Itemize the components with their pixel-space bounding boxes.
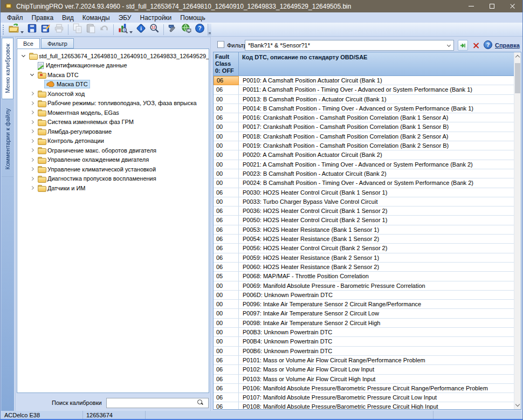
dtc-description-cell[interactable]: P0059: HO2S Heater Resistance (Bank 2 Se… xyxy=(239,253,514,263)
menu-item-7[interactable]: Помощь xyxy=(176,13,209,23)
dtc-description-cell[interactable]: P0056: HO2S Heater Control Circuit (Bank… xyxy=(239,244,514,253)
fault-class-cell[interactable]: 00 xyxy=(214,319,239,328)
fault-class-cell[interactable]: 00 xyxy=(214,309,239,318)
dtc-description-cell[interactable]: P0103: Mass or Volume Air Flow Circuit H… xyxy=(239,375,514,384)
view-chart-dropdown-icon[interactable] xyxy=(129,31,133,33)
tree-item-content[interactable]: Датчики и ИМ xyxy=(36,184,87,192)
tools-button[interactable] xyxy=(166,23,180,36)
tree-item-content[interactable]: Диагностика пропусков воспламенения xyxy=(36,175,158,182)
help-button[interactable]: ? xyxy=(193,23,207,36)
dtc-description-cell[interactable]: P0019: Crankshaft Position - Camshaft Po… xyxy=(239,141,514,150)
dtc-description-cell[interactable]: P0023: B Camshaft Position - Actuator Ci… xyxy=(239,169,514,178)
fault-class-cell[interactable]: 06 xyxy=(214,188,239,197)
filter-combo[interactable]: *Bank?1* & *Sensor?1* xyxy=(245,40,454,51)
chevron-right-icon[interactable] xyxy=(29,100,35,106)
scroll-up-icon[interactable] xyxy=(515,55,520,59)
dtc-description-cell[interactable]: P0021: A Camshaft Position - Timing Over… xyxy=(239,160,514,169)
dtc-description-cell[interactable]: P0011: A Camshaft Position - Timing Over… xyxy=(239,85,514,94)
dtc-description-cell[interactable]: P006D: Unknown Powertrain DTC xyxy=(239,291,514,300)
clear-filter-button[interactable] xyxy=(470,40,481,51)
tree-item-content[interactable]: Контроль детонации xyxy=(36,137,106,144)
tab-filter[interactable]: Фильтр xyxy=(41,38,74,49)
fault-class-cell[interactable]: 00 xyxy=(214,300,239,309)
fault-class-cell[interactable]: 06 xyxy=(214,263,239,272)
fault-class-cell[interactable]: 00 xyxy=(214,328,239,337)
fault-class-cell[interactable]: 06 xyxy=(214,113,239,122)
scroll-down-icon[interactable] xyxy=(515,402,520,407)
dtc-description-cell[interactable]: P0068: MAP/MAF - Throttle Position Corre… xyxy=(239,272,514,281)
dtc-description-cell[interactable]: P0096: Intake Air Temperature Sensor 2 C… xyxy=(239,300,514,309)
help-circle-icon[interactable] xyxy=(484,40,492,49)
apply-filter-button[interactable] xyxy=(458,40,468,51)
tree-item-content[interactable]: std_full_12653674_12649810_12640910_1264… xyxy=(27,52,209,60)
side-tab-calibration-menu[interactable]: Меню калибровок xyxy=(2,38,13,99)
fault-class-cell[interactable]: 00 xyxy=(214,132,239,141)
column-header-dtc-description[interactable]: Код DTC, описание по стандарту OBD/SAE xyxy=(239,52,514,75)
calibration-search-input[interactable] xyxy=(106,398,209,408)
open-file-button[interactable] xyxy=(7,23,20,36)
chevron-right-icon[interactable] xyxy=(29,166,35,172)
filter-checkbox[interactable] xyxy=(217,41,224,48)
column-header-fault-class[interactable]: Fault Class 0: OFF xyxy=(214,52,239,75)
chevron-right-icon[interactable] xyxy=(29,176,35,182)
fault-class-cell[interactable]: 06 xyxy=(214,76,239,85)
dtc-description-cell[interactable]: P00B6: Unknown Powertrain DTC xyxy=(239,347,514,356)
dtc-description-cell[interactable]: P0107: Manifold Absolute Pressure/Barome… xyxy=(239,393,514,402)
tree-item-content[interactable]: Управление охлаждением двигателя xyxy=(36,156,150,163)
help-link[interactable]: Справка xyxy=(495,42,520,49)
fault-class-cell[interactable]: 06 xyxy=(214,244,239,253)
fault-class-cell[interactable]: 00 xyxy=(214,169,239,178)
fault-class-cell[interactable]: 06 xyxy=(214,225,239,235)
dtc-description-cell[interactable]: P0024: B Camshaft Position - Timing Over… xyxy=(239,178,514,188)
tree-item-content[interactable]: Маска DTC xyxy=(36,71,80,79)
fault-class-cell[interactable]: 00 xyxy=(214,95,239,104)
dtc-description-cell[interactable]: P0010: A Camshaft Position Actuator Circ… xyxy=(239,76,514,85)
chevron-right-icon[interactable] xyxy=(29,157,35,163)
dtc-description-cell[interactable]: P0106: Manifold Absolute Pressure/Barome… xyxy=(239,384,514,393)
fault-class-cell[interactable]: 06 xyxy=(214,356,239,365)
fault-class-cell[interactable]: 00 xyxy=(214,178,239,188)
toolbar-grip[interactable] xyxy=(3,25,4,35)
fault-class-cell[interactable]: 00 xyxy=(214,291,239,300)
dtc-description-cell[interactable]: P00B4: Unknown Powertrain DTC xyxy=(239,337,514,346)
fault-class-cell[interactable]: 00 xyxy=(214,122,239,132)
dtc-description-cell[interactable]: P0030: HO2S Heater Control Circuit (Bank… xyxy=(239,188,514,197)
tree-item-content[interactable]: Лямбда-регулирование xyxy=(36,128,113,135)
dtc-description-cell[interactable]: P0108: Manifold Absolute Pressure/Barome… xyxy=(239,402,514,409)
tree-item-content[interactable]: Управление климатической установкой xyxy=(36,166,157,173)
maximize-button[interactable] xyxy=(481,0,502,12)
dtc-description-cell[interactable]: P00B3: Unknown Powertrain DTC xyxy=(239,328,514,337)
side-tab-file-comments[interactable]: Комментарии к файлу xyxy=(2,101,13,177)
menu-item-4[interactable]: Команды xyxy=(78,13,114,23)
dtc-description-cell[interactable]: P0097: Intake Air Temperature Sensor 2 C… xyxy=(239,309,514,318)
zoom-search-button[interactable]: 12 xyxy=(148,23,161,36)
network-globe-button[interactable] xyxy=(180,23,193,36)
view-chart-button[interactable] xyxy=(116,23,129,36)
fault-class-cell[interactable]: 06 xyxy=(214,85,239,94)
chevron-right-icon[interactable] xyxy=(29,147,35,153)
chevron-right-icon[interactable] xyxy=(29,109,35,115)
fault-class-cell[interactable]: 00 xyxy=(214,141,239,150)
fault-class-cell[interactable]: 06 xyxy=(214,375,239,384)
fault-class-cell[interactable]: 06 xyxy=(214,402,239,409)
dtc-description-cell[interactable]: P0018: Crankshaft Position - Camshaft Po… xyxy=(239,132,514,141)
fault-class-cell[interactable]: 00 xyxy=(214,160,239,169)
dtc-description-cell[interactable]: P0060: HO2S Heater Resistance (Bank 2 Se… xyxy=(239,263,514,272)
chevron-right-icon[interactable] xyxy=(29,119,35,125)
dtc-description-cell[interactable]: P0102: Mass or Volume Air Flow Circuit L… xyxy=(239,365,514,374)
menu-item-6[interactable]: Настройки xyxy=(135,13,176,23)
menu-item-3[interactable]: Вид xyxy=(58,13,78,23)
fault-class-cell[interactable]: 00 xyxy=(214,347,239,356)
dtc-description-cell[interactable]: P0036: HO2S Heater Control Circuit (Bank… xyxy=(239,206,514,216)
dtc-description-cell[interactable]: P0053: HO2S Heater Resistance (Bank 1 Se… xyxy=(239,225,514,235)
fault-class-cell[interactable]: 00 xyxy=(214,197,239,206)
menu-item-5[interactable]: ЭБУ xyxy=(114,13,136,23)
fault-class-cell[interactable]: 05 xyxy=(214,272,239,281)
tree-item-content[interactable]: Ограничение макс. оборотов двигателя xyxy=(36,147,158,154)
tree-item-content[interactable]: Моментная модель, EGas xyxy=(36,109,121,116)
tab-all[interactable]: Все xyxy=(17,38,40,49)
dtc-description-cell[interactable]: P0050: HO2S Heater Control Circuit (Bank… xyxy=(239,216,514,225)
fault-class-cell[interactable]: 00 xyxy=(214,281,239,291)
dtc-description-cell[interactable]: P0014: B Camshaft Position - Timing Over… xyxy=(239,104,514,113)
tree-item-content[interactable]: Маска DTC xyxy=(45,80,90,88)
